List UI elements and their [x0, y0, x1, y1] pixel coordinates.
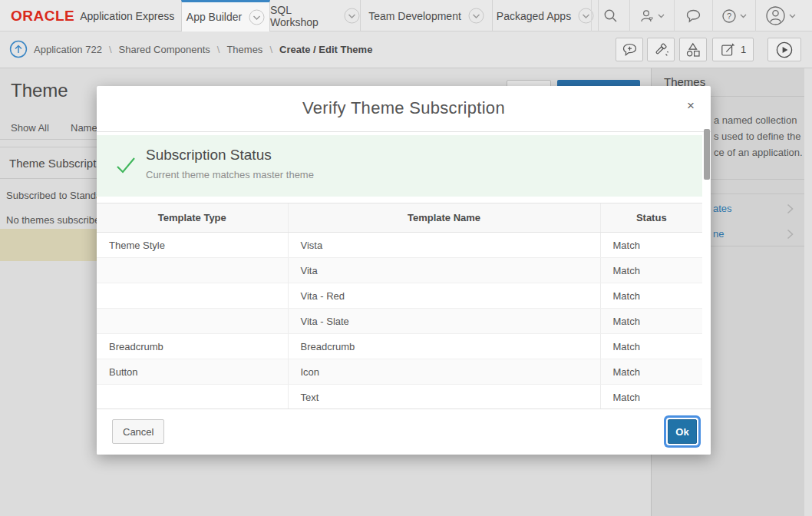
ok-button[interactable]: Ok: [668, 419, 697, 444]
cell-template-type: Theme Style: [97, 233, 288, 258]
run-icon: [776, 41, 793, 58]
verify-theme-subscription-dialog: Verify Theme Subscription × Subscription…: [97, 86, 711, 455]
tab-app-builder[interactable]: App Builder: [181, 0, 270, 31]
shapes-icon: [685, 41, 701, 58]
run-application-button[interactable]: [767, 38, 801, 61]
flashlight-icon: [652, 41, 669, 58]
breadcrumb-separator: \: [217, 44, 220, 55]
description-line: s used to define the: [714, 128, 803, 144]
page-title: Theme: [11, 80, 68, 101]
utility-icons: ?: [591, 0, 804, 31]
admin-user-icon: [639, 8, 655, 24]
check-icon: [114, 154, 138, 178]
link-label: ne: [713, 228, 724, 240]
chevron-down-icon[interactable]: [468, 8, 484, 24]
table-row: Button Icon Match: [97, 359, 702, 385]
cell-template-name: Icon: [288, 359, 600, 385]
shared-components-button[interactable]: [679, 38, 707, 61]
description-line: ce of an application.: [714, 144, 803, 160]
sidebar-description: a named collection s used to define the …: [714, 112, 803, 160]
cell-template-name: Vita - Slate: [288, 309, 600, 334]
template-status-table: Template Type Template Name Status Theme…: [97, 203, 702, 410]
cell-template-type: [97, 309, 288, 334]
cell-status: Match: [600, 385, 702, 410]
cell-template-name: Vista: [288, 233, 600, 258]
cell-status: Match: [600, 334, 702, 359]
status-subtitle: Current theme matches master theme: [146, 169, 314, 180]
table-row: Vita - Slate Match: [97, 309, 702, 334]
table-row: Theme Style Vista Match: [97, 233, 702, 258]
column-template-name: Template Name: [288, 203, 600, 233]
filter-show-all[interactable]: Show All: [11, 122, 49, 134]
dialog-title: Verify Theme Subscription: [97, 86, 711, 131]
table-row: Text Match: [97, 385, 702, 410]
table-row: Vita - Red Match: [97, 283, 702, 309]
chevron-right-icon: [787, 203, 794, 214]
cell-status: Match: [600, 258, 702, 283]
column-template-type: Template Type: [97, 203, 288, 233]
tab-label: App Builder: [186, 11, 242, 23]
description-line: a named collection: [714, 112, 803, 128]
chevron-down-icon: [658, 14, 665, 18]
cell-template-type: [97, 385, 288, 410]
chevron-down-icon[interactable]: [249, 9, 265, 25]
table-row: Vita Match: [97, 258, 702, 283]
dialog-scrollbar-thumb[interactable]: [704, 129, 710, 180]
close-icon[interactable]: ×: [687, 99, 695, 112]
product-name: Application Express: [80, 10, 174, 22]
breadcrumb: Application 722 \ Shared Components \ Th…: [34, 31, 372, 68]
help-icon: ?: [721, 8, 737, 24]
cell-template-type: [97, 283, 288, 309]
user-menu-button[interactable]: [755, 0, 804, 31]
administration-button[interactable]: [629, 0, 674, 31]
svg-text:?: ?: [727, 12, 731, 21]
breadcrumb-shared-components[interactable]: Shared Components: [119, 44, 210, 55]
tab-sql-workshop[interactable]: SQL Workshop: [270, 0, 361, 31]
search-icon: [603, 8, 618, 23]
tab-label: Team Development: [368, 10, 461, 22]
cancel-button[interactable]: Cancel: [112, 419, 164, 444]
chevron-down-icon: [740, 14, 747, 18]
breadcrumb-themes[interactable]: Themes: [226, 44, 262, 55]
cell-template-name: Vita: [288, 258, 600, 283]
dialog-header: Verify Theme Subscription ×: [97, 86, 711, 132]
cell-status: Match: [600, 233, 702, 258]
cell-template-type: Breadcrumb: [97, 334, 288, 359]
utilities-button[interactable]: [647, 38, 675, 61]
filter-name[interactable]: Name: [71, 122, 97, 134]
up-level-button[interactable]: [9, 40, 28, 58]
edit-page-number: 1: [741, 44, 746, 55]
edit-page-button[interactable]: 1: [712, 38, 754, 61]
speech-bubble-icon: [685, 8, 701, 23]
feedback-button[interactable]: [674, 0, 712, 31]
subscription-text: Subscribed to Standa: [6, 190, 101, 201]
chevron-right-icon: [787, 229, 794, 240]
chevron-down-icon[interactable]: [344, 8, 360, 24]
breadcrumb-application[interactable]: Application 722: [34, 44, 102, 55]
tab-team-development[interactable]: Team Development: [361, 0, 493, 31]
user-avatar-icon: [765, 5, 786, 26]
breadcrumb-bar: Application 722 \ Shared Components \ Th…: [0, 31, 812, 68]
breadcrumb-separator: \: [269, 44, 272, 55]
help-button[interactable]: ?: [712, 0, 755, 31]
brand: ORACLE Application Express: [11, 0, 174, 31]
cell-template-name: Vita - Red: [288, 283, 600, 309]
subscription-status-banner: Subscription Status Current theme matche…: [97, 135, 702, 197]
cell-status: Match: [600, 283, 702, 309]
cell-status: Match: [600, 359, 702, 385]
cell-template-name: Text: [288, 385, 600, 410]
breadcrumb-current: Create / Edit Theme: [279, 44, 372, 55]
comment-button[interactable]: [616, 38, 643, 61]
search-button[interactable]: [591, 0, 629, 31]
tab-packaged-apps[interactable]: Packaged Apps: [493, 0, 599, 31]
chevron-down-icon: [789, 14, 796, 18]
edit-page-icon: [720, 41, 736, 58]
page-scrollbar[interactable]: [804, 68, 812, 516]
column-status: Status: [600, 203, 702, 233]
no-themes-text: No themes subscribe: [6, 214, 100, 226]
primary-tabs: App Builder SQL Workshop Team Developmen…: [181, 0, 599, 31]
link-label: ates: [713, 203, 732, 214]
breadcrumb-separator: \: [109, 44, 112, 55]
top-navigation-bar: ORACLE Application Express App Builder S…: [0, 0, 812, 31]
oracle-logo: ORACLE: [11, 8, 74, 25]
